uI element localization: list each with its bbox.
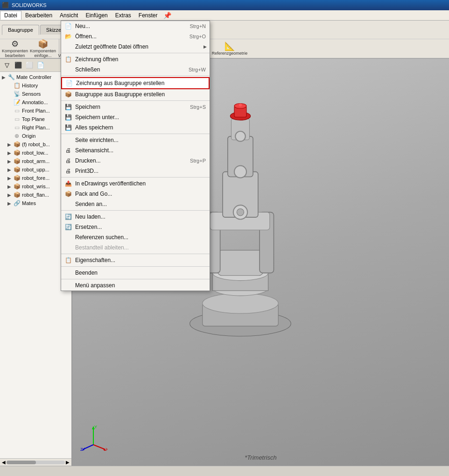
svg-point-20 xyxy=(235,131,246,142)
expand-icon: ▶ xyxy=(7,176,13,181)
referenzen-icon xyxy=(64,233,72,242)
mate-controller-icon: 🔧 xyxy=(7,73,15,81)
eigenschaften-icon: 📋 xyxy=(64,256,72,264)
menu-item-datei[interactable]: Datei xyxy=(0,11,21,20)
menu-item-zuletzt[interactable]: Zuletzt geöffnete Datei öffnen xyxy=(61,42,210,52)
menu-item-extras[interactable]: Extras xyxy=(112,11,135,20)
expand-icon: ▶ xyxy=(7,184,13,189)
menu-item-neu-laden[interactable]: 🔄 Neu laden... xyxy=(61,212,210,222)
scrollbar-track xyxy=(7,461,65,464)
alles-speichern-icon: 💾 xyxy=(64,123,72,132)
speichern-icon: 💾 xyxy=(64,103,72,111)
menu-item-senden[interactable]: Senden an... xyxy=(61,199,210,209)
einfuegen-icon: 📦 xyxy=(38,39,48,49)
svg-rect-6 xyxy=(217,250,263,276)
menu-item-beenden[interactable]: Beenden xyxy=(61,268,210,278)
tree-label-robot-flan: robot_flan... xyxy=(22,192,49,198)
scroll-area: ◀ ▶ xyxy=(0,458,71,466)
robot-flan-icon: 📦 xyxy=(13,191,21,199)
tree-label-robot-upp: robot_upp... xyxy=(22,167,49,172)
menu-item-referenzen[interactable]: Referenzen suchen... xyxy=(61,232,210,242)
baugruppe-erstellen-icon: 📦 xyxy=(64,90,72,99)
menu-sep-9 xyxy=(61,279,210,279)
ersetzen-icon: 🔄 xyxy=(64,223,72,231)
menu-item-pin[interactable]: 📌 xyxy=(163,12,171,19)
schliessen-icon xyxy=(64,65,72,74)
expand-icon: ▶ xyxy=(7,150,13,156)
menu-item-oeffnen[interactable]: 📂 Öffnen... Strg+O xyxy=(61,31,210,42)
statusbar xyxy=(0,466,449,476)
menu-item-seite-einrichten[interactable]: Seite einrichten... xyxy=(61,135,210,145)
tree-label-top-plane: Top Plane xyxy=(22,116,45,122)
btn-komponenten-bearbeiten[interactable]: ⚙ Komponentenbearbeiten xyxy=(2,36,28,61)
neu-laden-icon: 🔄 xyxy=(64,213,72,221)
menu-item-pack-and-go[interactable]: 📦 Pack and Go... xyxy=(61,189,210,199)
app-logo: ⬛ xyxy=(2,2,9,8)
referenz-icon: 📐 xyxy=(224,41,235,51)
seitenansicht-icon: 🖨 xyxy=(64,146,72,155)
scrollbar-thumb[interactable] xyxy=(7,461,36,464)
mates-icon: 🔗 xyxy=(13,199,21,207)
tree-label-front-plane: Front Plan... xyxy=(22,108,50,114)
senden-icon xyxy=(64,200,72,208)
tree-label-robot-arm: robot_arm... xyxy=(22,158,49,164)
menu-item-baugruppe-erstellen[interactable]: 📦 Baugruppe aus Baugruppe erstellen xyxy=(61,89,210,99)
menu-item-ansicht[interactable]: Ansicht xyxy=(56,11,82,20)
tree-btn-3[interactable]: 📄 xyxy=(35,60,46,71)
expand-icon: ▶ xyxy=(7,142,13,147)
scroll-left-btn[interactable]: ◀ xyxy=(2,460,6,465)
menu-sep-8 xyxy=(61,266,210,267)
menu-item-neu[interactable]: 📄 Neu... Strg+N xyxy=(61,21,210,31)
btn-referenzgeometrie[interactable]: 📐 Referenzgeometrie xyxy=(211,36,248,61)
menu-sep-2 xyxy=(61,76,210,76)
robot-wris-icon: 📦 xyxy=(13,183,21,190)
menu-item-eigenschaften[interactable]: 📋 Eigenschaften... xyxy=(61,255,210,265)
svg-point-19 xyxy=(234,166,246,178)
menu-item-zeichnung-oeffnen[interactable]: 📋 Zeichnung öffnen xyxy=(61,54,210,64)
speichern-unter-icon: 💾 xyxy=(64,113,72,121)
tree-btn-2[interactable]: ⬜ xyxy=(24,60,35,71)
menu-item-zeichnung-erstellen[interactable]: 📄 Zeichnung aus Baugruppe erstellen xyxy=(61,77,210,89)
origin-icon: ⊕ xyxy=(13,132,21,140)
menu-sep-5 xyxy=(61,177,210,178)
menu-item-schliessen[interactable]: Schließen Strg+W xyxy=(61,64,210,75)
scroll-right-btn[interactable]: ▶ xyxy=(66,460,70,465)
menu-item-edrawings[interactable]: 📤 In eDrawings veröffentlichen xyxy=(61,178,210,189)
svg-point-16 xyxy=(239,103,242,107)
tree-label-origin: Origin xyxy=(22,133,35,139)
menu-item-bearbeiten[interactable]: Bearbeiten xyxy=(21,11,56,20)
zeichnung-oeffnen-icon: 📋 xyxy=(64,55,72,64)
expand-icon: ▶ xyxy=(2,75,7,80)
menu-item-alles-speichern[interactable]: 💾 Alles speichern xyxy=(61,122,210,133)
menu-item-ersetzen[interactable]: 🔄 Ersetzen... xyxy=(61,222,210,232)
tree-label-sensors: Sensors xyxy=(22,91,41,97)
datei-dropdown-menu: 📄 Neu... Strg+N 📂 Öffnen... Strg+O Zulet… xyxy=(61,21,210,291)
menu-item-drucken[interactable]: 🖨 Drucken... Strg+P xyxy=(61,156,210,166)
right-plane-icon: ▭ xyxy=(13,124,21,131)
menu-item-seitenansicht[interactable]: 🖨 Seitenansicht... xyxy=(61,145,210,156)
menu-item-speichern[interactable]: 💾 Speichern Strg+S xyxy=(61,102,210,112)
btn-komponenten-einfuegen[interactable]: 📦 Komponenteneinfüge... xyxy=(30,36,56,61)
menu-item-speichern-unter[interactable]: 💾 Speichern unter... xyxy=(61,112,210,122)
robot-low-icon: 📦 xyxy=(13,149,21,156)
menu-item-fenster[interactable]: Fenster xyxy=(135,11,161,20)
annotations-icon: 📝 xyxy=(13,99,21,106)
svg-point-2 xyxy=(203,293,279,313)
menu-sep-7 xyxy=(61,254,210,254)
menu-item-einfuegen[interactable]: Einfügen xyxy=(82,11,111,20)
menu-item-menue-anpassen[interactable]: Menü anpassen xyxy=(61,280,210,291)
robot-b-icon: 📦 xyxy=(13,141,21,148)
menubar: Datei Bearbeiten Ansicht Einfügen Extras… xyxy=(0,10,449,21)
tree-btn-filter[interactable]: ▽ xyxy=(2,60,12,71)
svg-text:Y: Y xyxy=(94,425,97,429)
menu-item-bestandteil: Bestandteil ableiten... xyxy=(61,242,210,253)
zeichnung-erstellen-icon: 📄 xyxy=(65,79,73,87)
tree-label: Mate Controller xyxy=(16,74,51,80)
expand-icon: ▶ xyxy=(7,201,13,206)
viewport-label: *Trimetrisch xyxy=(245,454,276,461)
titlebar: ⬛ SOLIDWORKS xyxy=(0,0,449,10)
tree-btn-1[interactable]: ⬛ xyxy=(13,60,23,71)
tree-label-annotations: Annotatio... xyxy=(22,99,48,105)
tab-baugruppe[interactable]: Baugruppe xyxy=(2,25,39,35)
menu-item-print3d[interactable]: 🖨 Print3D... xyxy=(61,166,210,176)
